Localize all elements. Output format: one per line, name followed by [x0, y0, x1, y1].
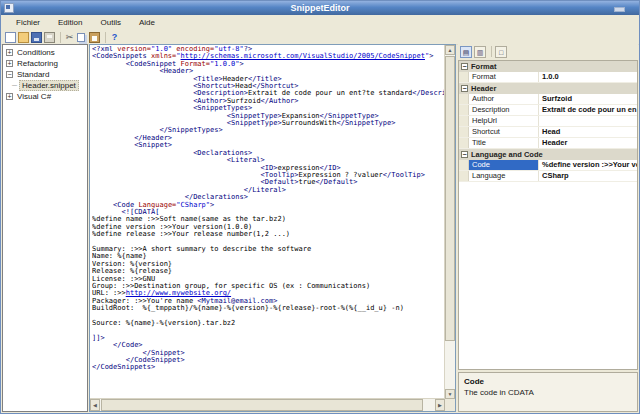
menubar: FichierEditionOutilsAide [1, 15, 639, 30]
property-value[interactable] [539, 116, 637, 126]
tree-item-label: Conditions [15, 48, 57, 57]
property-label: Code [469, 160, 539, 170]
categorized-icon[interactable]: ▤ [460, 46, 472, 58]
app-icon [4, 3, 14, 13]
row-gutter [459, 105, 469, 115]
property-description: Code The code in CDATA [458, 372, 638, 412]
tree-item-label: Refactoring [15, 59, 60, 68]
collapse-icon[interactable]: − [6, 71, 13, 78]
row-gutter [459, 72, 469, 82]
print-icon[interactable] [44, 32, 55, 43]
collapse-icon[interactable]: − [461, 85, 468, 92]
property-value[interactable]: Surfzoid [539, 94, 637, 104]
expand-icon[interactable]: + [6, 60, 13, 67]
window-title: SnippetEditor [1, 1, 639, 15]
expand-icon[interactable]: + [6, 93, 13, 100]
property-category-header[interactable]: −Header [459, 83, 637, 94]
collapse-icon[interactable]: − [461, 151, 468, 158]
property-row-title[interactable]: TitleHeader [459, 138, 637, 149]
row-gutter [459, 127, 469, 137]
tree-item-refactoring[interactable]: +Refactoring [3, 58, 87, 69]
minimize-button[interactable] [614, 7, 625, 12]
property-row-author[interactable]: AuthorSurfzoid [459, 94, 637, 105]
code-content[interactable]: <?xml version="1.0" encoding="utf-8"?> <… [92, 46, 444, 372]
property-category-format[interactable]: −Format [459, 61, 637, 72]
cut-icon[interactable]: ✂ [64, 32, 75, 43]
tree-item-header-snippet[interactable]: ─Header.snippet [3, 80, 87, 91]
help-icon[interactable]: ? [109, 32, 120, 43]
property-category-language-and-code[interactable]: −Language and Code [459, 149, 637, 160]
property-value[interactable]: 1.0.0 [539, 72, 637, 82]
row-gutter [459, 138, 469, 148]
category-label: Language and Code [471, 150, 543, 159]
toolbar-separator [60, 32, 61, 43]
property-description-text: The code in CDATA [464, 388, 632, 397]
row-gutter [459, 116, 469, 126]
snippet-editor-window: SnippetEditor FichierEditionOutilsAide ✂… [0, 0, 640, 414]
scroll-right-icon[interactable]: ▶ [435, 399, 445, 411]
expand-icon[interactable]: + [6, 49, 13, 56]
tree-item-label: Standard [15, 70, 51, 79]
code-viewport[interactable]: <?xml version="1.0" encoding="utf-8"?> <… [92, 46, 444, 398]
property-label: Title [469, 138, 539, 148]
property-toolbar: ▤▥□ [458, 44, 638, 59]
alphabetical-icon[interactable]: ▥ [474, 46, 486, 58]
paste-icon[interactable] [89, 32, 100, 43]
property-label: Language [469, 171, 539, 181]
row-gutter [459, 160, 469, 170]
tree-item-conditions[interactable]: +Conditions [3, 47, 87, 58]
horizontal-scroll-thumb[interactable] [101, 399, 423, 411]
editor-vertical-scrollbar[interactable]: ▲ ▼ [444, 45, 455, 399]
tree-item-visual-c#[interactable]: +Visual C# [3, 91, 87, 102]
property-row-shortcut[interactable]: ShortcutHead [459, 127, 637, 138]
property-row-code[interactable]: Code%define version :>>Your ve [459, 160, 637, 171]
property-value[interactable]: Head [539, 127, 637, 137]
property-row-helpurl[interactable]: HelpUrl [459, 116, 637, 127]
category-label: Format [471, 62, 496, 71]
property-label: Format [469, 72, 539, 82]
collapse-icon[interactable]: − [461, 63, 468, 70]
scroll-left-icon[interactable]: ◀ [90, 399, 100, 411]
property-label: HelpUrl [469, 116, 539, 126]
menu-item-edition[interactable]: Edition [49, 16, 91, 29]
row-gutter [459, 94, 469, 104]
menu-item-aide[interactable]: Aide [130, 16, 164, 29]
toolbar-separator [105, 32, 106, 43]
scroll-down-icon[interactable]: ▼ [445, 389, 455, 399]
vertical-scroll-thumb[interactable] [445, 56, 455, 341]
property-value[interactable]: %define version :>>Your ve [539, 160, 637, 170]
snippet-tree: +Conditions+Refactoring−Standard─Header.… [2, 44, 88, 412]
property-label: Shortcut [469, 127, 539, 137]
property-value[interactable]: Header [539, 138, 637, 148]
save-icon[interactable] [31, 32, 42, 43]
menu-item-outils[interactable]: Outils [91, 16, 129, 29]
tree-item-standard[interactable]: −Standard [3, 69, 87, 80]
property-pages-icon[interactable]: □ [495, 46, 507, 58]
property-description-title: Code [464, 377, 632, 386]
property-value[interactable]: Extrait de code pour un en [539, 105, 637, 115]
property-row-description[interactable]: DescriptionExtrait de code pour un en [459, 105, 637, 116]
menu-item-fichier[interactable]: Fichier [7, 16, 49, 29]
tree-item-label: Visual C# [15, 92, 53, 101]
property-label: Description [469, 105, 539, 115]
code-editor[interactable]: <?xml version="1.0" encoding="utf-8"?> <… [89, 44, 456, 412]
property-grid[interactable]: −FormatFormat1.0.0−HeaderAuthorSurfzoidD… [458, 60, 638, 370]
tree-leaf-icon[interactable]: ─ [12, 82, 19, 89]
property-panel: ▤▥□ −FormatFormat1.0.0−HeaderAuthorSurfz… [458, 44, 638, 412]
new-file-icon[interactable] [5, 32, 16, 43]
toolbar-separator [491, 46, 492, 57]
scroll-up-icon[interactable]: ▲ [445, 45, 455, 55]
open-icon[interactable] [18, 32, 29, 43]
property-row-language[interactable]: LanguageCSharp [459, 171, 637, 182]
property-value[interactable]: CSharp [539, 171, 637, 181]
editor-horizontal-scrollbar[interactable]: ◀ ▶ [90, 398, 445, 411]
scrollbar-corner [445, 399, 455, 411]
property-label: Author [469, 94, 539, 104]
tree-item-label: Header.snippet [19, 80, 79, 91]
property-row-format[interactable]: Format1.0.0 [459, 72, 637, 83]
row-gutter [459, 171, 469, 181]
copy-icon[interactable] [77, 33, 85, 42]
category-label: Header [471, 84, 496, 93]
toolbar: ✂? [1, 30, 639, 45]
titlebar[interactable]: SnippetEditor [1, 1, 639, 15]
